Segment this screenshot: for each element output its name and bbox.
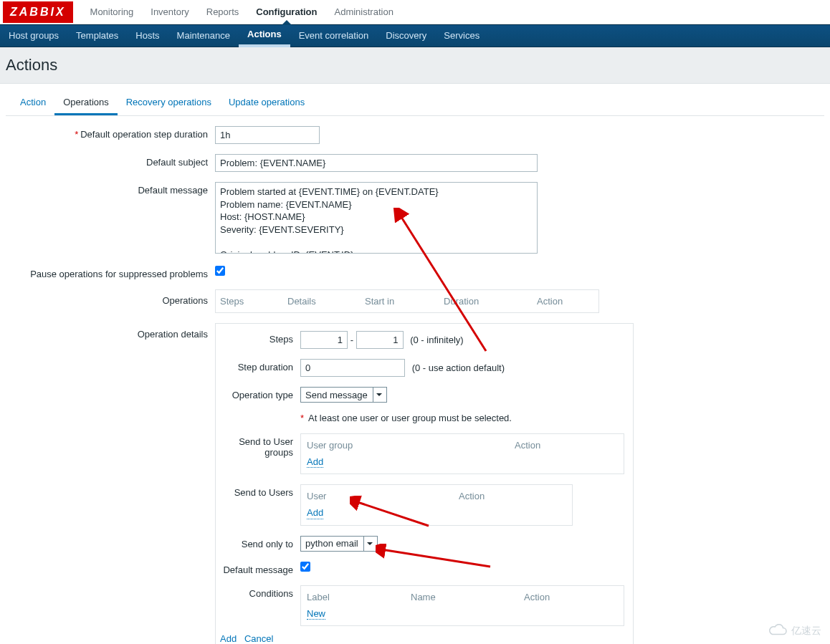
- chevron-down-icon: [373, 388, 386, 402]
- col-user: User: [307, 491, 459, 501]
- ops-col-startin: Start in: [365, 296, 444, 307]
- cancel-operation-link[interactable]: Cancel: [244, 634, 273, 644]
- subnav-hosts[interactable]: Hosts: [127, 24, 168, 47]
- subnav-discovery[interactable]: Discovery: [377, 24, 435, 47]
- nav-inventory[interactable]: Inventory: [142, 0, 197, 24]
- ops-col-steps: Steps: [220, 296, 287, 307]
- tab-update-operations[interactable]: Update operations: [220, 91, 313, 115]
- label-default-message: Default message: [138, 185, 208, 196]
- col-cond-name: Name: [411, 592, 524, 602]
- add-user-link[interactable]: Add: [307, 508, 323, 519]
- tab-action[interactable]: Action: [11, 91, 54, 115]
- input-step-from[interactable]: [300, 331, 348, 349]
- steps-hint: (0 - infinitely): [410, 335, 463, 345]
- subnav-host-groups[interactable]: Host groups: [0, 24, 67, 47]
- label-default-message-chk: Default message: [223, 564, 293, 575]
- nav-monitoring[interactable]: Monitoring: [82, 0, 143, 24]
- label-inner-step-duration: Step duration: [238, 362, 293, 373]
- form-tabs: Action Operations Recovery operations Up…: [6, 91, 824, 116]
- input-default-subject[interactable]: [215, 154, 538, 172]
- label-operation-type: Operation type: [232, 390, 293, 400]
- label-steps: Steps: [269, 334, 293, 345]
- add-user-group-link[interactable]: Add: [307, 457, 323, 468]
- subnav-actions[interactable]: Actions: [239, 24, 290, 47]
- config-sub-nav: Host groups Templates Hosts Maintenance …: [0, 24, 830, 47]
- main-nav: ZABBIX Monitoring Inventory Reports Conf…: [0, 0, 830, 24]
- watermark: 亿速云: [767, 624, 821, 638]
- subnav-maintenance[interactable]: Maintenance: [168, 24, 239, 47]
- steps-dash: -: [350, 335, 356, 345]
- col-user-group-action: Action: [515, 440, 540, 451]
- operation-details-box: Steps - (0 - infinitely) Step duration: [215, 323, 634, 644]
- label-send-user-groups: Send to User groups: [239, 436, 293, 458]
- ops-col-details: Details: [287, 296, 365, 307]
- label-step-duration: Default operation step duration: [80, 129, 208, 140]
- checkbox-default-message[interactable]: [300, 562, 310, 572]
- col-user-group: User group: [307, 440, 515, 451]
- label-default-subject: Default subject: [146, 157, 208, 168]
- page-title: Actions: [6, 56, 57, 74]
- logo: ZABBIX: [3, 1, 73, 23]
- page-title-row: Actions: [0, 47, 830, 84]
- inner-step-duration-hint: (0 - use action default): [412, 362, 505, 373]
- col-cond-label: Label: [307, 592, 411, 602]
- select-operation-type[interactable]: Send message: [300, 387, 387, 403]
- label-operations: Operations: [162, 295, 208, 306]
- nav-reports[interactable]: Reports: [198, 0, 248, 24]
- nav-configuration[interactable]: Configuration: [247, 0, 325, 24]
- user-groups-table: User group Action Add: [300, 433, 624, 474]
- input-inner-step-duration[interactable]: [300, 359, 405, 377]
- nav-administration[interactable]: Administration: [326, 0, 402, 24]
- input-step-duration[interactable]: [215, 126, 320, 144]
- col-user-action: Action: [459, 491, 485, 501]
- user-selection-warning: At least one user or user group must be …: [308, 413, 512, 423]
- label-conditions: Conditions: [249, 588, 293, 599]
- label-send-only-to: Send only to: [242, 539, 293, 549]
- subnav-services[interactable]: Services: [435, 24, 488, 47]
- select-send-only-to-value: python email: [301, 538, 363, 549]
- add-operation-link[interactable]: Add: [220, 634, 237, 644]
- chevron-down-icon: [363, 537, 376, 551]
- cloud-icon: [767, 624, 788, 638]
- label-operation-details: Operation details: [138, 329, 208, 340]
- select-send-only-to[interactable]: python email: [300, 536, 378, 552]
- tab-recovery-operations[interactable]: Recovery operations: [118, 91, 220, 115]
- input-step-to[interactable]: [356, 331, 404, 349]
- conditions-table: Label Name Action New: [300, 585, 624, 626]
- operations-table: Steps Details Start in Duration Action: [215, 289, 599, 313]
- subnav-event-correlation[interactable]: Event correlation: [290, 24, 378, 47]
- subnav-templates[interactable]: Templates: [67, 24, 127, 47]
- label-send-users: Send to Users: [234, 487, 293, 498]
- ops-col-action: Action: [537, 296, 594, 307]
- users-table: User Action Add: [300, 484, 573, 525]
- textarea-default-message[interactable]: [215, 182, 538, 254]
- checkbox-pause-suppressed[interactable]: [215, 266, 225, 276]
- new-condition-link[interactable]: New: [307, 609, 325, 620]
- label-pause-suppressed: Pause operations for suppressed problems: [30, 269, 208, 279]
- tab-operations[interactable]: Operations: [54, 91, 118, 115]
- ops-col-duration: Duration: [444, 296, 537, 307]
- col-cond-action: Action: [524, 592, 550, 602]
- select-operation-type-value: Send message: [301, 390, 372, 400]
